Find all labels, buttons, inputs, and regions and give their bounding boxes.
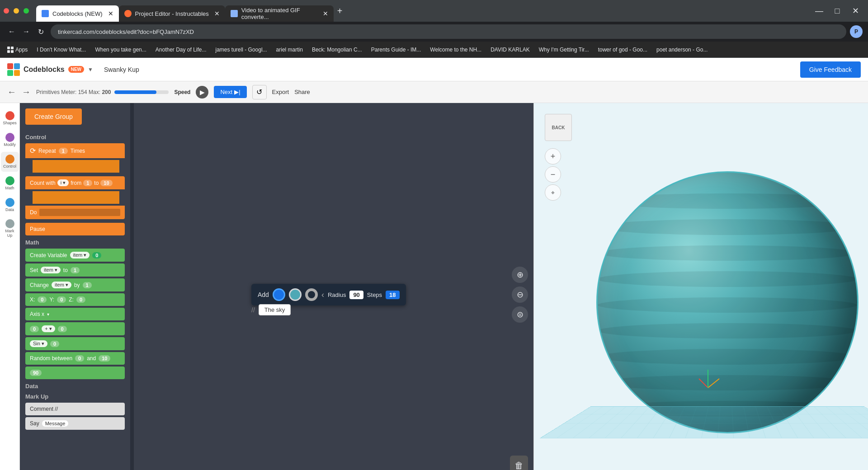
markup-icon	[5, 219, 14, 228]
address-bar-row: ← → ↻ P	[0, 22, 868, 42]
markup-section: Mark Up Comment // Say Message	[20, 393, 130, 430]
logo-cell-4	[14, 70, 20, 76]
bookmark-3[interactable]: When you take gen...	[91, 45, 150, 55]
bookmark-5[interactable]: james turell - Googl...	[212, 45, 271, 55]
bookmark-4[interactable]: Another Day of Life...	[152, 45, 210, 55]
sidebar-item-markup[interactable]: Mark Up	[1, 216, 19, 241]
sidebar-item-shapes[interactable]: Shapes	[1, 108, 19, 128]
code-area-inner[interactable]: Control ⟳ Repeat 1 Times Count with i ▾ …	[20, 130, 130, 470]
profile-btn[interactable]: P	[850, 25, 863, 38]
axis-block[interactable]: Axis x ▾	[25, 308, 125, 320]
bookmark-8[interactable]: Parents Guide - IM...	[368, 45, 425, 55]
sidebar-item-math[interactable]: Math	[1, 174, 19, 193]
sidebar-item-modify[interactable]: Modify	[1, 130, 19, 150]
count-body	[33, 191, 119, 204]
new-dropdown[interactable]: ▼	[88, 66, 93, 73]
bookmark-10[interactable]: DAVID KARLAK	[487, 45, 533, 55]
reload-btn[interactable]: ↻	[34, 25, 47, 38]
viewport-cube[interactable]: BACK	[545, 114, 572, 141]
sin-block[interactable]: Sin ▾ 0	[25, 337, 125, 350]
reset-btn[interactable]: ↺	[252, 85, 267, 99]
tab-close-btn[interactable]: ✕	[108, 10, 113, 17]
radius-value[interactable]: 90	[349, 291, 363, 299]
bookmark-12[interactable]: tower of god - Goo...	[594, 45, 651, 55]
bookmark-6[interactable]: ariel martin	[273, 45, 307, 55]
zoom-in-canvas-btn[interactable]: ⊕	[512, 267, 528, 283]
maximize-window-btn[interactable]	[24, 8, 29, 14]
share-btn[interactable]: Share	[294, 89, 310, 95]
fit-view-btn[interactable]: ⌖	[545, 184, 561, 201]
tab-codeblocks[interactable]: Codeblocks (NEW) ✕	[36, 5, 119, 22]
tab-bar: Codeblocks (NEW) ✕ Project Editor - Inst…	[33, 0, 812, 22]
trash-btn[interactable]: 🗑	[510, 456, 528, 470]
math-section: Math Create Variable item ▾ 0 Set item ▾…	[20, 239, 130, 379]
close-window-btn[interactable]	[4, 8, 9, 14]
tab-instructables[interactable]: Project Editor - Instructables ✕	[119, 5, 225, 22]
minimize-window-btn[interactable]	[14, 8, 19, 14]
comment-text[interactable]: The sky	[259, 304, 291, 315]
zoom-in-btn[interactable]: +	[545, 148, 561, 164]
value-90-block[interactable]: 90	[25, 367, 125, 379]
random-between-block[interactable]: Random between 0 and 10	[25, 352, 125, 365]
data-section: Data	[20, 383, 130, 390]
zoom-out-canvas-btn[interactable]: ⊖	[512, 287, 528, 303]
apps-bookmark[interactable]: Apps	[4, 45, 31, 55]
meter-bar	[114, 90, 169, 94]
canvas-area[interactable]: Add ‹ Radius 90 Steps 18 // The sky ⊕ ⊖ …	[134, 103, 533, 470]
steps-value[interactable]: 18	[386, 291, 399, 299]
do-block[interactable]: Do	[25, 206, 125, 219]
panel-divider	[130, 103, 134, 470]
zoom-out-btn[interactable]: −	[545, 166, 561, 183]
viewport: BACK + − ⌖	[533, 103, 868, 470]
bookmark-7[interactable]: Beck: Mongolian C...	[308, 45, 366, 55]
change-item-block[interactable]: Change item ▾ by 1	[25, 278, 125, 291]
forward-nav-btn[interactable]: →	[20, 25, 33, 38]
bookmark-9[interactable]: Welcome to the NH...	[426, 45, 485, 55]
play-btn[interactable]: ▶	[196, 86, 208, 99]
set-block[interactable]: Set item ▾ to 1	[25, 263, 125, 277]
tab-favicon-3	[231, 10, 238, 17]
comment-block-panel[interactable]: Comment //	[25, 403, 125, 415]
sidebar-item-control[interactable]: Control	[1, 152, 19, 172]
next-btn[interactable]: Next ▶|	[214, 86, 246, 98]
say-block[interactable]: Say Message	[25, 417, 125, 430]
export-btn[interactable]: Export	[272, 89, 289, 95]
close-btn[interactable]: ✕	[848, 4, 863, 18]
back-nav-btn[interactable]: ←	[5, 25, 18, 38]
address-input[interactable]	[51, 24, 846, 39]
bookmark-13[interactable]: poet anderson - Go...	[653, 45, 711, 55]
give-feedback-btn[interactable]: Give Feedback	[800, 61, 861, 78]
minimize-btn[interactable]: —	[812, 4, 826, 18]
count-with-block[interactable]: Count with i ▾ from 1 to 10	[25, 176, 125, 189]
new-tab-btn[interactable]: +	[334, 6, 346, 16]
fit-canvas-btn[interactable]: ⊜	[512, 306, 528, 323]
tab-close-btn-2[interactable]: ✕	[214, 10, 220, 17]
repeat-block[interactable]: ⟳ Repeat 1 Times	[25, 143, 125, 158]
shape-donut[interactable]	[305, 288, 318, 301]
tab-favicon	[42, 10, 49, 17]
create-variable-block[interactable]: Create Variable item ▾ 0	[25, 249, 125, 262]
cube-label: BACK	[552, 125, 565, 130]
sphere-container	[596, 171, 859, 451]
forward-btn[interactable]: →	[22, 87, 31, 97]
add-block-canvas[interactable]: Add ‹ Radius 90 Steps 18	[251, 284, 406, 306]
bookmark-11[interactable]: Why I'm Getting Tir...	[535, 45, 593, 55]
math-op-block[interactable]: 0 + ▾ 0	[25, 322, 125, 335]
logo-cell-3	[7, 70, 13, 76]
code-canvas[interactable]: Add ‹ Radius 90 Steps 18 // The sky ⊕ ⊖ …	[134, 103, 533, 470]
create-group-btn[interactable]: Create Group	[25, 108, 82, 125]
cube-back-face[interactable]: BACK	[545, 114, 572, 141]
tab-gif[interactable]: Video to animated GIF converte... ✕	[225, 5, 334, 22]
xyz-block[interactable]: X: 0 Y: 0 Z: 0	[25, 293, 125, 306]
math-icon	[5, 176, 14, 185]
restore-btn[interactable]: □	[830, 4, 844, 18]
arrow-left-icon[interactable]: ‹	[321, 290, 324, 300]
bookmark-2[interactable]: I Don't Know What...	[33, 45, 90, 55]
svg-line-1	[708, 379, 719, 388]
back-btn[interactable]: ←	[7, 87, 16, 97]
sidebar-item-data[interactable]: Data	[1, 195, 19, 215]
shape-circle-solid[interactable]	[273, 288, 285, 301]
tab-close-btn-3[interactable]: ✕	[323, 10, 328, 17]
shape-circle-outline[interactable]	[289, 288, 302, 301]
pause-block[interactable]: Pause	[25, 223, 125, 235]
